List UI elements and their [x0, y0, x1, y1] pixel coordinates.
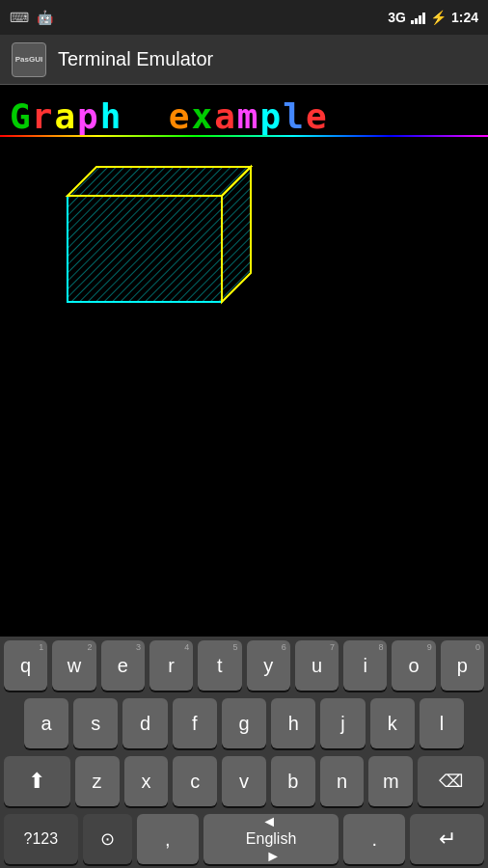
key-f[interactable]: f: [173, 698, 217, 748]
status-bar: ⌨ 🤖 3G ⚡ 1:24: [0, 0, 488, 35]
letter-p: p: [77, 96, 100, 136]
key-z[interactable]: z: [75, 756, 120, 806]
app-icon: PasGUI: [12, 42, 46, 77]
signal-bars: [411, 11, 425, 24]
key-e[interactable]: 3e: [101, 640, 145, 691]
key-l[interactable]: l: [420, 698, 464, 748]
status-left-icons: ⌨ 🤖: [10, 10, 53, 25]
keyboard-row-1: 1q 2w 3e 4r 5t 6y 7u 8i 9o 0p: [0, 637, 488, 694]
key-d[interactable]: d: [122, 698, 167, 748]
title-bar: PasGUI Terminal Emulator: [0, 35, 488, 85]
backspace-key[interactable]: ⌫: [418, 756, 484, 806]
key-a[interactable]: a: [24, 698, 68, 748]
separator-line: [0, 135, 488, 137]
terminal-area: G r a p h e x a m p l e: [0, 85, 488, 577]
status-right-info: 3G ⚡ 1:24: [388, 10, 478, 25]
key-h[interactable]: h: [271, 698, 315, 748]
key-o[interactable]: 9o: [392, 640, 435, 691]
shift-icon: ⬆: [28, 769, 45, 794]
key-j[interactable]: j: [320, 698, 365, 748]
letter-h: h: [100, 96, 123, 136]
key-i[interactable]: 8i: [343, 640, 387, 691]
key-u[interactable]: 7u: [295, 640, 339, 691]
key-k[interactable]: k: [370, 698, 415, 748]
key-v[interactable]: v: [222, 756, 266, 806]
keyboard: 1q 2w 3e 4r 5t 6y 7u 8i 9o 0p a s d f g …: [0, 637, 488, 868]
key-w[interactable]: 2w: [52, 640, 95, 691]
letter-space: [122, 96, 168, 136]
letter-a: a: [54, 96, 77, 136]
key-x[interactable]: x: [124, 756, 169, 806]
letter-a2: a: [214, 96, 237, 136]
keyboard-icon: ⌨: [10, 10, 29, 25]
box-top-face: [68, 167, 251, 196]
period-key[interactable]: .: [343, 814, 405, 864]
language-arrow-right: ►: [265, 848, 281, 865]
network-type: 3G: [388, 10, 406, 25]
key-r[interactable]: 4r: [149, 640, 193, 691]
letter-x: x: [191, 96, 214, 136]
language-label: English: [246, 830, 296, 848]
key-n[interactable]: n: [320, 756, 365, 806]
3d-box-svg: [48, 152, 260, 326]
letter-l: l: [283, 96, 306, 136]
battery-icon: ⚡: [430, 10, 447, 25]
android-icon: 🤖: [37, 10, 53, 25]
key-p[interactable]: 0p: [441, 640, 484, 691]
box-front-face: [68, 196, 222, 302]
language-arrow-left: ◄: [261, 813, 277, 830]
letter-e1: e: [169, 96, 192, 136]
enter-key[interactable]: ↵: [410, 814, 484, 864]
keyboard-row-3: ⬆ z x c v b n m ⌫: [0, 752, 488, 810]
graph-title: G r a p h e x a m p l e: [10, 96, 329, 136]
time-display: 1:24: [451, 10, 478, 25]
app-title: Terminal Emulator: [58, 48, 213, 70]
letter-G: G: [10, 96, 32, 136]
key-g[interactable]: g: [222, 698, 266, 748]
emoji-key[interactable]: ⊙: [83, 814, 132, 864]
key-s[interactable]: s: [73, 698, 118, 748]
key-q[interactable]: 1q: [4, 640, 47, 691]
language-key[interactable]: ◄ English ►: [203, 814, 339, 864]
key-t[interactable]: 5t: [198, 640, 241, 691]
letter-e2: e: [306, 96, 329, 136]
key-y[interactable]: 6y: [247, 640, 290, 691]
key-c[interactable]: c: [173, 756, 217, 806]
letter-p2: p: [260, 96, 284, 136]
letter-r: r: [32, 96, 55, 136]
letter-m: m: [237, 96, 260, 136]
comma-key[interactable]: ,: [137, 814, 199, 864]
key-b[interactable]: b: [271, 756, 315, 806]
shift-key[interactable]: ⬆: [4, 756, 70, 806]
sym-key[interactable]: ?123: [4, 814, 78, 864]
backspace-icon: ⌫: [439, 771, 463, 792]
keyboard-row-2: a s d f g h j k l: [0, 694, 488, 752]
enter-icon: ↵: [439, 827, 456, 852]
key-m[interactable]: m: [368, 756, 413, 806]
box-container: [48, 152, 260, 330]
keyboard-row-4: ?123 ⊙ , ◄ English ► . ↵: [0, 810, 488, 868]
